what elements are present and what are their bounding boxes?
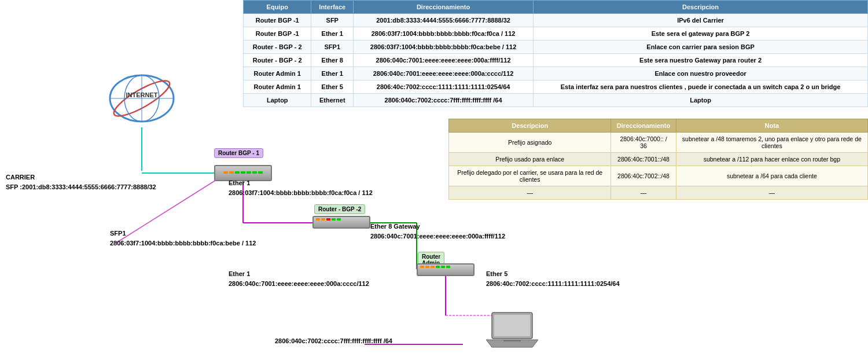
router-bgp1-text: Router BGP - 1 [218, 150, 259, 156]
router-bgp2-label: Router - BGP -2 [314, 204, 365, 214]
second-table: Descripcion Direccionamiento Nota Prefij… [448, 119, 868, 200]
svg-rect-17 [494, 315, 530, 336]
ether5-label: Ether 5 2806:40c:7002:cccc:1111:1111:111… [486, 269, 620, 288]
table2-cell: subnetear a /112 para hacer enlace con r… [676, 153, 867, 166]
sfp1-label: SFP1 2806:03f7:1004:bbbb:bbbb:bbbb:f0ca:… [110, 229, 256, 248]
svg-rect-18 [503, 340, 521, 341]
table2-row: Prefijo delegado por el carrier, se usar… [449, 166, 868, 186]
ether5-line1: Ether 5 [486, 269, 620, 279]
col2-direccionamiento: Direccionamiento [611, 119, 676, 133]
ether1-bgp1-line1: Ether 1 [229, 178, 373, 188]
sfp1-line2: 2806:03f7:1004:bbbb:bbbb:bbbb:f0ca:bebe … [110, 238, 256, 248]
laptop-svg [486, 310, 538, 350]
carrier-text: CARRIER SFP :2001:db8:3333:4444:5555:666… [6, 172, 156, 192]
internet-cloud: INTERNET [98, 69, 185, 127]
table-cell: Enlace con nuestro proveedor [534, 67, 868, 80]
table2-cell: — [676, 186, 867, 200]
ether1-admin-line1: Ether 1 [229, 269, 369, 279]
carrier-line1: CARRIER [6, 172, 156, 182]
laptop-icon [486, 310, 538, 351]
ether5-line2: 2806:40c:7002:cccc:1111:1111:1111:0254/6… [486, 279, 620, 289]
sfp1-line1: SFP1 [110, 229, 256, 238]
table2-cell: Prefijo delegado por el carrier, se usar… [449, 166, 611, 186]
ether8-line2: 2806:040c:7001:eeee:eeee:eeee:000a:ffff/… [370, 232, 505, 241]
ether1-admin-label: Ether 1 2806:040c:7001:eeee:eeee:eeee:00… [229, 269, 369, 288]
table2-cell: 2806:40c:7002::/48 [611, 166, 676, 186]
table2-row: Prefijo usado para enlace2806:40c:7001::… [449, 153, 868, 166]
table2-row: Prefijo asignado2806:40c:7000:: / 36subn… [449, 133, 868, 153]
table-cell: Esta interfaz sera para nuestros cliente… [534, 80, 868, 94]
table-cell: Enlace con carrier para sesion BGP [534, 41, 868, 54]
table2-cell: Prefijo usado para enlace [449, 153, 611, 166]
router-admin1-device [417, 263, 475, 276]
ether1-bgp1-line2: 2806:03f7:1004:bbbb:bbbb:bbbb:f0ca:f0ca … [229, 188, 373, 198]
ether1-admin-line2: 2806:040c:7001:eeee:eeee:eeee:000a:cccc/… [229, 279, 369, 289]
col-descripcion: Descripcion [534, 1, 868, 14]
table2-cell: subnetear a /64 para cada cliente [676, 166, 867, 186]
internet-label: INTERNET [98, 91, 185, 98]
ether1-bgp1-label: Ether 1 2806:03f7:1004:bbbb:bbbb:bbbb:f0… [229, 178, 373, 197]
col2-nota: Nota [676, 119, 867, 133]
table-cell: IPv6 del Carrier [534, 14, 868, 27]
table2-cell: 2806:40c:7001::/48 [611, 153, 676, 166]
table2-cell: — [611, 186, 676, 200]
table2-cell: Prefijo asignado [449, 133, 611, 153]
table2-cell: — [449, 186, 611, 200]
table2-cell: subnetear a /48 tomaremos 2, uno para en… [676, 133, 867, 153]
table2-row: ——— [449, 186, 868, 200]
carrier-line2: SFP :2001:db8:3333:4444:5555:6666:7777:8… [6, 182, 156, 192]
second-table-section: Descripcion Direccionamiento Nota Prefij… [448, 119, 868, 200]
network-diagram: INTERNET CARRIER SFP :2001:db8:3333:4444… [0, 0, 440, 360]
table2-cell: 2806:40c:7000:: / 36 [611, 133, 676, 153]
ether8-label: Ether 8 Gateway 2806:040c:7001:eeee:eeee… [370, 222, 505, 241]
cloud-svg [98, 69, 185, 127]
table-cell: Laptop [534, 94, 868, 107]
router-bgp2-device [312, 216, 370, 229]
ether8-line1: Ether 8 Gateway [370, 222, 505, 232]
table-cell: Este sera nuestro Gateway para router 2 [534, 54, 868, 67]
laptop-addr: 2806:040c:7002:cccc:7fff:ffff:ffff:ffff … [275, 337, 392, 344]
router-bgp1-label: Router BGP - 1 [214, 148, 263, 158]
col2-descripcion: Descripcion [449, 119, 611, 133]
table-cell: Este sera el gateway para BGP 2 [534, 27, 868, 41]
